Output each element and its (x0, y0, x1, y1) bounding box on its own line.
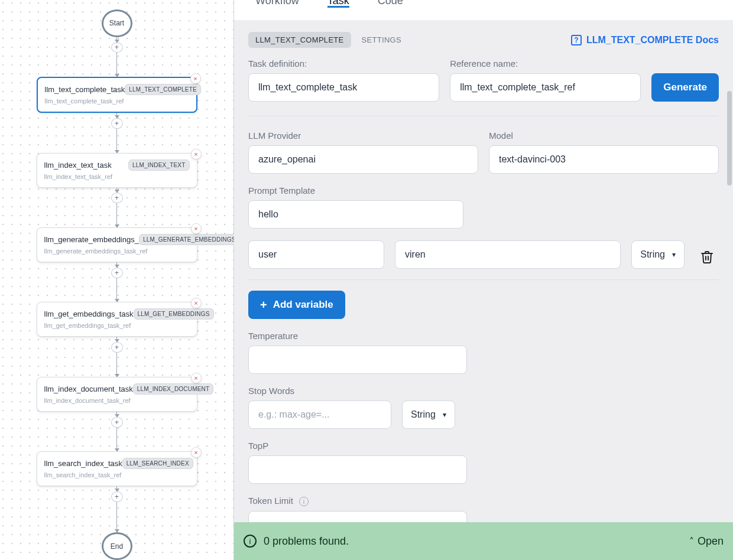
stop-words-input[interactable] (248, 401, 391, 429)
topp-input[interactable] (248, 455, 467, 484)
delete-node-button[interactable]: × (191, 447, 202, 458)
task-type-pill[interactable]: LLM_TEXT_COMPLETE (248, 32, 351, 48)
flow-connector (116, 188, 117, 193)
reference-name-input[interactable] (450, 73, 641, 102)
trash-icon (700, 250, 714, 264)
flow-canvas[interactable]: Start + ×llm_text_complete_taskLLM_TEXT_… (0, 0, 234, 560)
start-label: Start (109, 19, 124, 27)
node-title: llm_index_document_task (44, 385, 133, 393)
node-ref: llm_search_index_task_ref (44, 471, 190, 478)
node-title: llm_get_embeddings_task (44, 310, 134, 318)
problems-text: 0 problems found. (264, 535, 349, 548)
add-variable-button[interactable]: + Add variable (248, 291, 345, 319)
add-node-button[interactable]: + (111, 268, 123, 278)
docs-link[interactable]: ? LLM_TEXT_COMPLETE Docs (571, 35, 719, 45)
task-name-row: Task definition: Reference name: Generat… (248, 58, 719, 102)
divider (248, 279, 719, 280)
llm-provider-label: LLM Provider (248, 131, 478, 141)
flow-node-n0[interactable]: ×llm_text_complete_taskLLM_TEXT_COMPLETE… (37, 77, 197, 113)
flow-connector (116, 412, 117, 417)
flow-node-n1[interactable]: ×llm_index_text_taskLLM_INDEX_TEXTllm_in… (37, 153, 197, 188)
flow-connector (116, 113, 117, 118)
delete-node-button[interactable]: × (191, 298, 202, 308)
problems-open-toggle[interactable]: ˄ Open (689, 535, 724, 548)
node-title: llm_text_complete_task (45, 85, 125, 94)
reference-name-field: Reference name: (450, 58, 641, 102)
chevron-up-icon: ˄ (689, 536, 694, 547)
stop-words-type-selected: String (411, 409, 436, 420)
top-tabs: WorkflowTaskCode (234, 0, 733, 20)
vertical-scrollbar[interactable] (726, 20, 733, 521)
temperature-field: Temperature (248, 331, 719, 374)
llm-provider-input[interactable] (248, 145, 478, 174)
flow-connector (116, 428, 117, 452)
delete-node-button[interactable]: × (190, 73, 201, 84)
temperature-input[interactable] (248, 346, 467, 374)
add-node-button[interactable]: + (111, 342, 123, 353)
model-label: Model (489, 131, 719, 141)
stop-words-label: Stop Words (248, 386, 719, 396)
end-node[interactable]: End (102, 532, 132, 560)
problems-open-label: Open (698, 535, 724, 548)
prompt-template-label: Prompt Template (248, 185, 719, 196)
flow-connector (116, 502, 117, 532)
node-type-badge: LLM_INDEX_TEXT (128, 159, 190, 171)
node-ref: llm_generate_embeddings_task_ref (44, 248, 190, 255)
delete-node-button[interactable]: × (191, 149, 202, 159)
task-definition-label: Task definition: (248, 58, 439, 69)
tab-workflow[interactable]: Workflow (255, 0, 299, 7)
node-type-badge: LLM_INDEX_DOCUMENT (133, 383, 214, 395)
flow-connector (116, 262, 117, 268)
flow-node-n2[interactable]: ×llm_generate_embeddings_LLM_GENERATE_EM… (37, 227, 197, 262)
variable-type-select[interactable]: String ▾ (631, 240, 685, 269)
chevron-down-icon: ▾ (443, 411, 446, 419)
add-node-button[interactable]: + (111, 491, 123, 502)
temperature-label: Temperature (248, 331, 719, 341)
node-title-row: llm_generate_embeddings_LLM_GENERATE_EMB… (44, 234, 190, 245)
flow-connector (116, 278, 117, 302)
scrollbar-thumb[interactable] (727, 91, 732, 185)
variable-key-input[interactable] (248, 240, 384, 269)
flow-connector (116, 53, 117, 77)
add-node-button[interactable]: + (111, 43, 123, 53)
delete-variable-button[interactable] (695, 245, 719, 269)
add-node-button[interactable]: + (111, 193, 123, 203)
flow-node-n3[interactable]: ×llm_get_embeddings_taskLLM_GET_EMBEDDIN… (37, 302, 197, 337)
node-title-row: llm_text_complete_taskLLM_TEXT_COMPLETE (45, 84, 189, 95)
node-ref: llm_text_complete_task_ref (45, 97, 189, 105)
flow: Start + ×llm_text_complete_taskLLM_TEXT_… (0, 0, 233, 560)
stop-words-type-select[interactable]: String ▾ (402, 401, 455, 429)
prompt-template-field: Prompt Template (248, 185, 719, 229)
tab-code[interactable]: Code (378, 0, 403, 7)
delete-node-button[interactable]: × (191, 373, 202, 383)
prompt-template-input[interactable] (248, 200, 463, 229)
info-icon[interactable]: i (299, 497, 309, 506)
flow-connector (116, 353, 117, 377)
generate-button[interactable]: Generate (651, 73, 719, 102)
add-node-button[interactable]: + (111, 417, 123, 428)
node-type-badge: LLM_TEXT_COMPLETE (125, 84, 201, 95)
node-ref: llm_get_embeddings_task_ref (44, 322, 190, 329)
flow-node-n5[interactable]: ×llm_search_index_taskLLM_SEARCH_INDEXll… (37, 451, 197, 486)
model-input[interactable] (489, 145, 719, 174)
settings-tab[interactable]: SETTINGS (362, 35, 401, 44)
add-node-button[interactable]: + (111, 118, 123, 129)
tab-task[interactable]: Task (327, 0, 349, 8)
flow-connector (116, 129, 117, 153)
flow-node-n4[interactable]: ×llm_index_document_taskLLM_INDEX_DOCUME… (37, 377, 197, 412)
start-node[interactable]: Start (102, 9, 132, 37)
generate-button-label: Generate (663, 82, 707, 93)
llm-provider-field: LLM Provider (248, 131, 478, 174)
variable-value-input[interactable] (395, 240, 621, 269)
panel-scroll[interactable]: LLM_TEXT_COMPLETE SETTINGS ? LLM_TEXT_CO… (234, 20, 733, 560)
end-label: End (111, 542, 123, 551)
task-definition-input[interactable] (248, 73, 439, 102)
problems-bar[interactable]: i 0 problems found. ˄ Open (234, 522, 733, 560)
delete-node-button[interactable]: × (191, 223, 202, 234)
token-limit-label: Token Limit i (248, 496, 719, 506)
node-title-row: llm_index_document_taskLLM_INDEX_DOCUMEN… (44, 383, 190, 395)
node-title-row: llm_search_index_taskLLM_SEARCH_INDEX (44, 458, 190, 469)
node-title: llm_index_text_task (44, 161, 112, 170)
node-type-badge: LLM_GET_EMBEDDINGS (134, 308, 214, 320)
provider-model-row: LLM Provider Model (248, 131, 719, 174)
